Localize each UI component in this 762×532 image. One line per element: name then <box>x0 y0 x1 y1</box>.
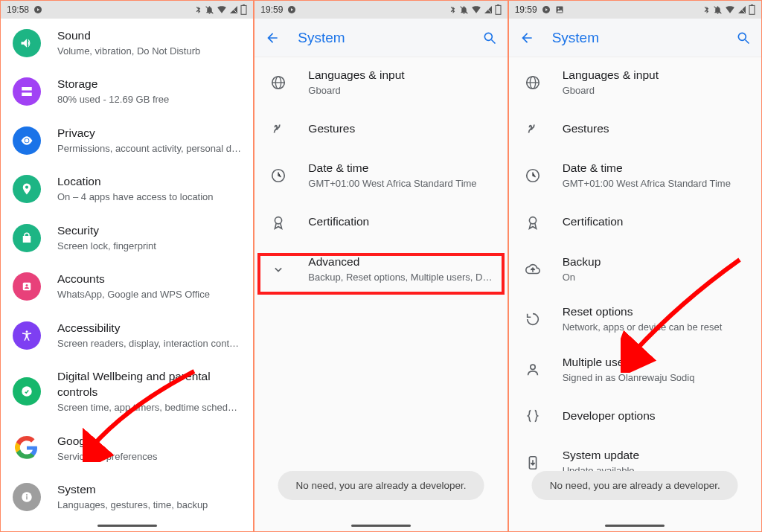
svg-line-25 <box>491 39 495 43</box>
row-sound[interactable]: SoundVolume, vibration, Do Not Disturb <box>1 19 253 67</box>
svg-point-11 <box>26 330 28 333</box>
highlight-advanced <box>257 253 504 295</box>
page-header: System <box>254 19 507 57</box>
notif-dot-icon <box>33 5 42 14</box>
wellbeing-icon <box>13 377 41 406</box>
svg-point-8 <box>25 138 29 142</box>
svg-point-45 <box>529 217 536 224</box>
nav-handle[interactable] <box>351 525 411 527</box>
clock-icon <box>269 167 287 185</box>
update-icon <box>524 454 542 472</box>
notif-image-icon <box>555 5 564 14</box>
status-bar: 19:59 <box>254 1 507 19</box>
svg-point-39 <box>738 33 746 40</box>
accessibility-icon <box>13 321 41 350</box>
row-google[interactable]: GoogleServices & preferences <box>1 424 253 472</box>
nav-handle[interactable] <box>605 525 665 527</box>
system-icon <box>13 483 41 511</box>
notif-dot-icon <box>287 5 296 14</box>
globe-icon <box>269 74 287 92</box>
badge-icon <box>524 214 542 231</box>
row-datetime[interactable]: Date & timeGMT+01:00 West Africa Standar… <box>254 150 507 200</box>
privacy-icon <box>13 126 41 155</box>
row-security[interactable]: SecurityScreen lock, fingerprint <box>1 214 253 262</box>
sound-icon <box>13 29 41 57</box>
system-list: Languages & inputGboard Gestures Date & … <box>254 57 507 531</box>
storage-icon <box>13 77 41 106</box>
svg-rect-22 <box>496 5 501 14</box>
row-accounts[interactable]: AccountsWhatsApp, Google and WPS Office <box>1 262 253 310</box>
page-title: System <box>552 30 718 46</box>
status-icons <box>702 4 755 15</box>
status-bar: 19:58 <box>1 1 253 19</box>
row-backup[interactable]: BackupOn <box>509 244 761 294</box>
toast: No need, you are already a developer. <box>532 471 738 500</box>
svg-point-10 <box>26 284 28 286</box>
row-accessibility[interactable]: AccessibilityScreen readers, display, in… <box>1 311 253 359</box>
search-button[interactable] <box>736 31 751 45</box>
page-header: System <box>509 19 761 57</box>
back-button[interactable] <box>519 31 534 45</box>
svg-point-14 <box>26 494 28 496</box>
status-bar: 19:59 <box>509 1 761 19</box>
clock: 19:58 <box>7 4 29 15</box>
row-storage[interactable]: Storage80% used - 12.69 GB free <box>1 67 253 115</box>
notif-dot-icon <box>542 5 551 14</box>
svg-line-40 <box>745 39 749 43</box>
reset-icon <box>524 310 542 328</box>
badge-icon <box>269 214 287 231</box>
wifi-icon <box>217 5 227 14</box>
row-privacy[interactable]: PrivacyPermissions, account activity, pe… <box>1 116 253 164</box>
globe-icon <box>524 74 542 92</box>
status-icons <box>449 4 502 15</box>
row-datetime[interactable]: Date & timeGMT+01:00 West Africa Standar… <box>509 150 761 200</box>
system-list-expanded: Languages & inputGboard Gestures Date & … <box>509 57 761 531</box>
row-certification[interactable]: Certification <box>254 201 507 244</box>
svg-rect-6 <box>22 87 32 91</box>
svg-rect-5 <box>243 4 245 5</box>
row-gestures[interactable]: Gestures <box>254 107 507 150</box>
svg-rect-37 <box>749 5 755 14</box>
clock: 19:59 <box>515 4 537 15</box>
search-button[interactable] <box>482 31 497 45</box>
bluetooth-icon <box>194 6 202 14</box>
phone-2-system: 19:59 System Languages & inputGboard <box>254 1 508 531</box>
row-multiusers[interactable]: Multiple usersSigned in as Olanrewaju So… <box>509 344 761 394</box>
person-icon <box>524 361 542 379</box>
signal-icon <box>229 5 238 14</box>
gestures-icon <box>269 120 287 138</box>
braces-icon <box>524 407 542 425</box>
row-languages[interactable]: Languages & inputGboard <box>509 57 761 107</box>
svg-point-24 <box>484 33 492 40</box>
svg-rect-38 <box>751 4 753 5</box>
location-icon <box>13 175 41 203</box>
dnd-icon <box>205 5 214 15</box>
google-icon <box>13 434 41 462</box>
svg-rect-4 <box>241 5 246 14</box>
row-wellbeing[interactable]: Digital Wellbeing and parental controlsS… <box>1 359 253 423</box>
battery-icon <box>240 4 247 15</box>
phone-1-settings: 19:58 SoundVolume, vibration, Do Not Dis… <box>1 1 254 531</box>
row-system[interactable]: SystemLanguages, gestures, time, backup <box>1 472 253 521</box>
row-reset[interactable]: Reset optionsNetwork, apps or device can… <box>509 294 761 344</box>
clock: 19:59 <box>260 4 283 15</box>
svg-rect-7 <box>22 93 32 97</box>
page-title: System <box>298 30 464 46</box>
phone-3-system-expanded: 19:59 System Languages & inputGboard <box>509 1 761 531</box>
svg-point-30 <box>275 217 282 224</box>
settings-list: SoundVolume, vibration, Do Not Disturb S… <box>1 19 253 531</box>
row-certification[interactable]: Certification <box>509 201 761 244</box>
clock-icon <box>524 167 542 185</box>
row-location[interactable]: LocationOn – 4 apps have access to locat… <box>1 164 253 213</box>
gestures-icon <box>524 120 542 138</box>
svg-point-46 <box>530 365 534 369</box>
svg-point-12 <box>22 387 32 397</box>
accounts-icon <box>13 272 41 301</box>
status-icons <box>194 4 247 15</box>
row-gestures[interactable]: Gestures <box>509 107 761 150</box>
nav-handle[interactable] <box>97 525 157 527</box>
row-languages[interactable]: Languages & inputGboard <box>254 57 507 107</box>
toast: No need, you are already a developer. <box>278 471 484 500</box>
row-developer[interactable]: Developer options <box>509 394 761 438</box>
back-button[interactable] <box>265 31 280 45</box>
